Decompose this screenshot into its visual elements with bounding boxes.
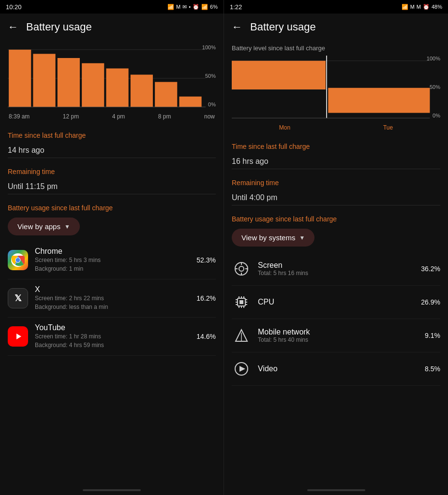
app-item-youtube[interactable]: YouTube Screen time: 1 hr 28 mins Backgr… bbox=[8, 318, 216, 356]
x-info: X Screen time: 2 hrs 22 mins Background:… bbox=[35, 285, 196, 311]
video-percent: 8.5% bbox=[425, 365, 440, 373]
mail2-icon-right: M bbox=[417, 4, 421, 10]
svg-marker-46 bbox=[239, 366, 245, 372]
battery-chart-right: 100% 50% 0% Mon Tue bbox=[232, 56, 440, 133]
video-info: Video bbox=[258, 364, 425, 373]
screen-percent: 36.2% bbox=[421, 265, 440, 273]
network-details: Total: 5 hrs 40 mins bbox=[258, 336, 425, 343]
nav-bar-left bbox=[83, 489, 141, 491]
video-name: Video bbox=[258, 364, 425, 373]
since-charge-label-left: Battery usage since last full charge bbox=[8, 204, 216, 212]
time-since-value-right: 16 hrs ago bbox=[232, 154, 440, 169]
network-name: Mobile network bbox=[258, 328, 425, 336]
youtube-icon bbox=[8, 326, 28, 347]
sys-item-video[interactable]: Video 8.5% bbox=[232, 352, 440, 386]
youtube-percent: 14.6% bbox=[196, 333, 216, 340]
screen-details: Total: 5 hrs 16 mins bbox=[258, 270, 421, 277]
time-since-label-left: Time since last full charge bbox=[8, 131, 216, 139]
svg-rect-8 bbox=[155, 82, 177, 107]
cpu-icon bbox=[232, 292, 251, 312]
chrome-info: Chrome Screen time: 5 hrs 3 mins Backgro… bbox=[35, 247, 196, 273]
time-since-value-left: 14 hrs ago bbox=[8, 143, 216, 158]
chart-x-labels-left: 8:39 am 12 pm 4 pm 8 pm now bbox=[8, 113, 216, 120]
page-title-right: Battery usage bbox=[250, 21, 316, 33]
chrome-name: Chrome bbox=[35, 247, 196, 256]
left-panel: 10:20 📶 M ✉ • ⏰ 📶 6% ← Battery usage bbox=[0, 0, 224, 495]
x-app-icon: 𝕏 bbox=[8, 288, 28, 308]
mail-icon: M bbox=[176, 4, 180, 10]
svg-rect-7 bbox=[131, 74, 153, 107]
network-percent: 9.1% bbox=[425, 332, 440, 339]
view-by-apps-button[interactable]: View by apps ▼ bbox=[8, 218, 80, 235]
youtube-name: YouTube bbox=[35, 323, 196, 332]
chart-y-labels-right: 100% 50% 0% bbox=[427, 56, 440, 118]
svg-rect-6 bbox=[106, 69, 128, 107]
svg-point-14 bbox=[16, 258, 20, 262]
mail-icon-right: M bbox=[410, 4, 415, 10]
view-by-apps-label: View by apps bbox=[17, 222, 60, 231]
page-title-left: Battery usage bbox=[26, 21, 92, 33]
sim-icon: 📶 bbox=[201, 4, 208, 10]
remaining-label-left: Remaining time bbox=[8, 168, 216, 175]
app-item-x[interactable]: 𝕏 X Screen time: 2 hrs 22 mins Backgroun… bbox=[8, 279, 216, 318]
status-time-left: 10:20 bbox=[6, 3, 22, 11]
screen-icon bbox=[232, 259, 251, 278]
x-percent: 16.2% bbox=[196, 294, 216, 302]
battery-chart-left: 100% 50% 0% 8:39 am 12 pm 4 pm 8 pm now bbox=[8, 44, 216, 122]
battery-right: 48% bbox=[432, 4, 442, 10]
video-icon bbox=[232, 359, 251, 379]
back-button-right[interactable]: ← bbox=[232, 21, 242, 33]
svg-rect-30 bbox=[239, 300, 243, 304]
wifi-icon-right: 📶 bbox=[402, 4, 408, 10]
cpu-info: CPU bbox=[258, 298, 421, 306]
remaining-value-left: Until 11:15 pm bbox=[8, 179, 216, 194]
dot-indicator: • bbox=[189, 4, 191, 10]
dropdown-arrow-icon: ▼ bbox=[64, 223, 70, 230]
status-icons-right: 📶 M M ⏰ 48% bbox=[402, 4, 442, 10]
network-info: Mobile network Total: 5 hrs 40 mins bbox=[258, 328, 425, 343]
chart-x-labels-right: Mon Tue bbox=[232, 124, 440, 131]
battery-left: 6% bbox=[210, 4, 218, 10]
svg-rect-9 bbox=[179, 97, 201, 107]
remaining-label-right: Remaining time bbox=[232, 179, 440, 187]
svg-point-24 bbox=[239, 266, 244, 271]
chrome-details: Screen time: 5 hrs 3 mins Background: 1 … bbox=[35, 256, 196, 273]
alarm-icon-right: ⏰ bbox=[423, 4, 430, 10]
dropdown-arrow-icon-right: ▼ bbox=[299, 234, 305, 241]
status-time-right: 1:22 bbox=[230, 3, 242, 11]
back-button-left[interactable]: ← bbox=[8, 21, 18, 33]
since-charge-label-right: Battery usage since last full charge bbox=[232, 215, 440, 223]
youtube-details: Screen time: 1 hr 28 mins Background: 4 … bbox=[35, 332, 196, 349]
battery-level-label: Battery level since last full charge bbox=[232, 44, 440, 52]
cpu-name: CPU bbox=[258, 298, 421, 306]
content-right: Battery level since last full charge bbox=[224, 41, 448, 485]
chrome-icon bbox=[8, 250, 28, 270]
svg-rect-4 bbox=[58, 58, 80, 107]
right-panel: 1:22 📶 M M ⏰ 48% ← Battery usage Battery… bbox=[224, 0, 448, 495]
nav-bar-right bbox=[307, 489, 365, 491]
chrome-percent: 52.3% bbox=[196, 256, 216, 264]
svg-marker-19 bbox=[232, 61, 326, 89]
status-bar-right: 1:22 📶 M M ⏰ 48% bbox=[224, 0, 448, 14]
screen-name: Screen bbox=[258, 261, 421, 270]
msg-icon: ✉ bbox=[182, 4, 187, 10]
view-by-systems-button[interactable]: View by systems ▼ bbox=[232, 229, 314, 247]
remaining-value-right: Until 4:00 pm bbox=[232, 190, 440, 205]
sys-item-screen[interactable]: Screen Total: 5 hrs 16 mins 36.2% bbox=[232, 252, 440, 286]
sys-item-network[interactable]: Mobile network Total: 5 hrs 40 mins 9.1% bbox=[232, 319, 440, 352]
svg-rect-5 bbox=[82, 63, 104, 107]
content-left: 100% 50% 0% 8:39 am 12 pm 4 pm 8 pm now … bbox=[0, 41, 224, 485]
status-bar-left: 10:20 📶 M ✉ • ⏰ 📶 6% bbox=[0, 0, 224, 14]
header-left: ← Battery usage bbox=[0, 14, 224, 41]
cpu-percent: 26.9% bbox=[421, 298, 440, 306]
app-item-chrome[interactable]: Chrome Screen time: 5 hrs 3 mins Backgro… bbox=[8, 241, 216, 279]
sys-item-cpu[interactable]: CPU 26.9% bbox=[232, 286, 440, 319]
network-icon bbox=[232, 326, 251, 345]
chart-svg-right bbox=[232, 56, 440, 123]
time-since-label-right: Time since last full charge bbox=[232, 143, 440, 150]
chart-svg-left bbox=[8, 44, 216, 112]
header-right: ← Battery usage bbox=[224, 14, 448, 41]
wifi-icon: 📶 bbox=[167, 4, 174, 10]
svg-rect-3 bbox=[33, 54, 55, 107]
screen-info: Screen Total: 5 hrs 16 mins bbox=[258, 261, 421, 277]
